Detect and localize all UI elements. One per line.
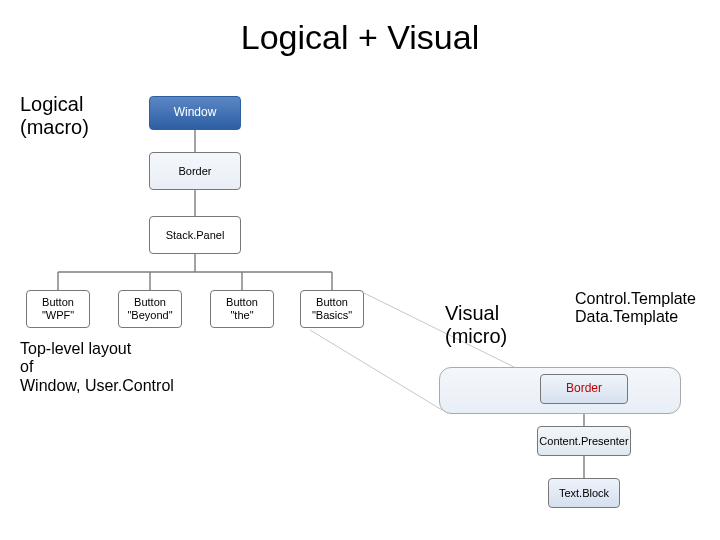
logical-button-1: Button "Beyond" — [118, 290, 182, 328]
logical-window-node: Window — [149, 96, 241, 130]
logical-button-3: Button "Basics" — [300, 290, 364, 328]
connector-lines — [0, 0, 720, 540]
templates-label: Control.Template Data.Template — [575, 290, 696, 327]
logical-border-text: Border — [178, 165, 211, 178]
logical-window-text: Window — [174, 106, 217, 120]
page-title: Logical + Visual — [0, 18, 720, 57]
visual-border-node: Border — [540, 374, 628, 404]
logical-button-2-caption: Button — [215, 296, 269, 309]
logical-button-3-caption: Button — [305, 296, 359, 309]
svg-line-11 — [310, 330, 442, 410]
logical-stackpanel-text: Stack.Panel — [166, 229, 225, 242]
logical-button-0-content: "WPF" — [31, 309, 85, 322]
top-level-layout-label: Top-level layout of Window, User.Control — [20, 340, 174, 395]
visual-micro-label: Visual (micro) — [445, 302, 507, 348]
logical-button-2: Button "the" — [210, 290, 274, 328]
logical-border-node: Border — [149, 152, 241, 190]
visual-border-text: Border — [566, 382, 602, 396]
logical-button-3-content: "Basics" — [305, 309, 359, 322]
logical-stackpanel-node: Stack.Panel — [149, 216, 241, 254]
logical-button-0-caption: Button — [31, 296, 85, 309]
visual-textblock-text: Text.Block — [559, 487, 609, 500]
visual-contentpresenter-text: Content.Presenter — [539, 435, 628, 448]
logical-macro-label: Logical (macro) — [20, 93, 89, 139]
logical-button-1-caption: Button — [123, 296, 177, 309]
logical-button-1-content: "Beyond" — [123, 309, 177, 322]
visual-textblock-node: Text.Block — [548, 478, 620, 508]
logical-button-0: Button "WPF" — [26, 290, 90, 328]
logical-button-2-content: "the" — [215, 309, 269, 322]
visual-contentpresenter-node: Content.Presenter — [537, 426, 631, 456]
